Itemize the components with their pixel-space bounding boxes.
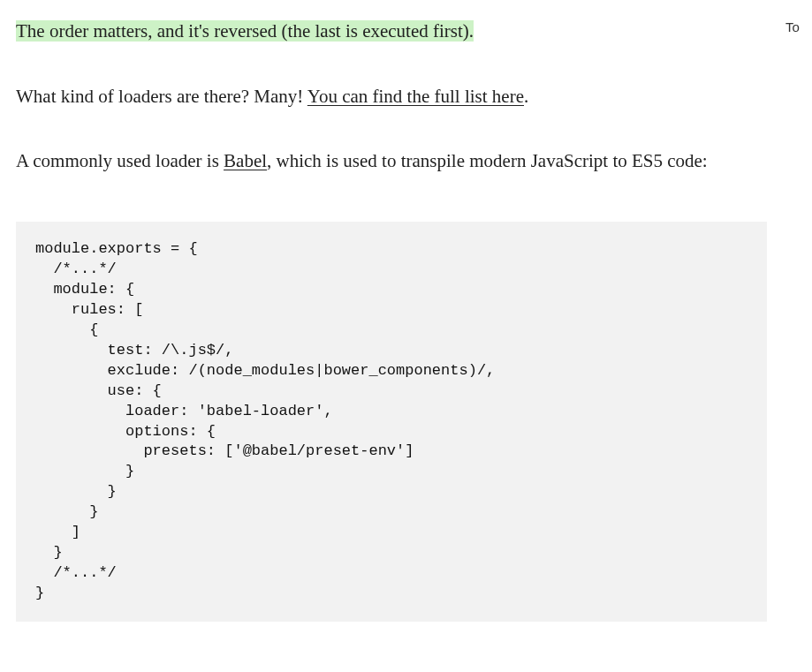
text: . — [524, 86, 528, 107]
paragraph-highlighted: The order matters, and it's reversed (th… — [16, 16, 767, 48]
link-full-list[interactable]: You can find the full list here — [307, 86, 524, 107]
text: A commonly used loader is — [16, 150, 224, 171]
article-body: The order matters, and it's reversed (th… — [16, 16, 767, 622]
highlight: The order matters, and it's reversed (th… — [16, 20, 474, 42]
paragraph-babel: A commonly used loader is Babel, which i… — [16, 146, 767, 177]
paragraph-loaders-list: What kind of loaders are there? Many! Yo… — [16, 81, 767, 113]
text: What kind of loaders are there? Many! — [16, 86, 307, 107]
sidebar-fragment: To — [785, 16, 812, 39]
code-block: module.exports = { /*...*/ module: { rul… — [16, 222, 767, 622]
text: , which is used to transpile modern Java… — [267, 150, 708, 171]
link-babel[interactable]: Babel — [224, 150, 267, 171]
